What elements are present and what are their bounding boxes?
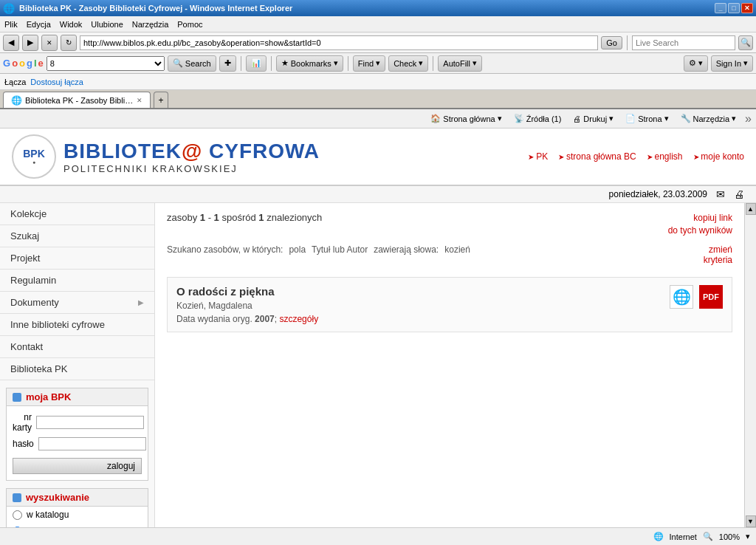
live-search-button[interactable]: 🔍 [738,35,753,50]
radio-katalog-input[interactable] [13,510,22,520]
restore-button[interactable]: □ [728,3,740,13]
haslo-input[interactable] [38,437,146,450]
sidebar-item-projekt[interactable]: Projekt [0,247,154,270]
sep4 [433,56,433,71]
szczegoly-link[interactable]: szczegóły [279,314,318,324]
results-header: zasoby 1 - 1 spośród 1 znalezionych kopi… [167,212,732,237]
nav-pk[interactable]: PK [528,151,548,162]
sep3 [348,56,348,71]
site-title-main: BIBLIOTEK@ CYFROWA [63,140,320,163]
sidebar-item-kontakt[interactable]: Kontakt [0,336,154,358]
result-title: O radości z piękna [176,285,670,298]
tab-bar: 🌐 Biblioteka PK - Zasoby Biblioteki Cyfr… [0,90,756,109]
search-button[interactable]: 🔍 Search [168,55,216,72]
results-n1: 1 [200,212,205,223]
url-input[interactable] [80,35,598,50]
sidebar-item-szukaj[interactable]: Szukaj [0,225,154,247]
search-widget-header: wyszukiwanie [7,489,148,507]
copy-link[interactable]: kopiuj linkdo tych wyników [668,212,732,237]
results-sep1: - [205,212,214,223]
nav-english[interactable]: english [647,151,683,162]
sidebar-item-inne[interactable]: Inne biblioteki cyfrowe [0,314,154,336]
sidebar-item-biblioteka[interactable]: Biblioteka PK [0,358,154,380]
tab-close-icon[interactable]: ✕ [137,97,142,104]
sources-icon: 📡 [514,114,524,123]
arrow-icon: ▶ [138,298,144,306]
globe-icon: 🌐 [673,288,691,306]
change-criteria-link[interactable]: zmieńkryteria [704,244,732,265]
radio-katalog-label: w katalogu [27,510,69,520]
result-year: Data wydania oryg. 2007; szczegóły [176,314,670,324]
live-search-input[interactable] [632,35,735,50]
customize-links[interactable]: Dostosuj łącza [30,78,83,86]
homepage-button[interactable]: 🏠 Strona główna ▾ [427,112,504,125]
add-button[interactable]: ✚ [219,55,236,72]
sources-label: Źródła (1) [526,114,562,123]
settings-button[interactable]: ⚙ ▾ [684,55,708,72]
results-list: O radości z piękna Kozień, Magdalena Dat… [167,277,732,332]
pdf-button[interactable]: PDF [699,285,723,309]
expand-button[interactable]: » [745,112,752,126]
sidebar-item-dokumenty[interactable]: Dokumenty ▶ [0,292,154,314]
zaloguj-button[interactable]: zaloguj [13,458,142,474]
print-page-icon[interactable]: 🖨 [734,188,744,200]
result-author: Kozień, Magdalena [176,301,670,311]
login-box: moja BPK nr karty hasło zaloguj [6,388,148,481]
nr-karty-input[interactable] [36,416,144,429]
site-title: BIBLIOTEK@ CYFROWA POLITECHNIKI KRAKOWSK… [63,140,320,174]
globe-button[interactable]: 🌐 [670,285,693,309]
go-button[interactable]: Go [601,36,622,49]
bookmarks-button[interactable]: ★ Bookmarks ▾ [276,55,343,72]
login-box-header: moja BPK [7,388,148,406]
pagerank-button[interactable]: 📊 [246,55,267,72]
print-button[interactable]: 🖨 Drukuj ▾ [570,112,616,125]
find-label: Find [358,59,374,68]
main-layout: Kolekcje Szukaj Projekt Regulamin Dokume… [0,203,756,527]
tab-biblioteka[interactable]: 🌐 Biblioteka PK - Zasoby Biblioteki Cyfr… [3,92,151,108]
autofill-button[interactable]: AutoFill ▾ [438,55,482,72]
google-search-select[interactable]: 8 [47,56,165,71]
sep1 [241,56,241,71]
internet-label: Internet [670,532,697,541]
result-item: O radości z piękna Kozień, Magdalena Dat… [167,277,732,332]
sidebar-item-regulamin[interactable]: Regulamin [0,270,154,292]
tools-icon: 🔧 [681,114,691,123]
status-right: 🌐 Internet 🔍 100% ▾ [653,532,750,541]
page-button[interactable]: 📄 Strona ▾ [622,112,671,125]
find-button[interactable]: Find ▾ [353,55,385,72]
minimize-button[interactable]: _ [715,3,726,13]
zoom-dropdown[interactable]: ▾ [746,532,750,541]
zoom-icon: 🔍 [703,532,713,541]
signin-button[interactable]: Sign In ▾ [711,55,753,72]
menu-favorites[interactable]: Ulubione [91,20,123,29]
scrollbar[interactable]: ▲ ▼ [744,203,756,527]
menu-tools[interactable]: Narzędzia [132,20,169,29]
refresh-button[interactable]: ↻ [61,35,77,51]
sources-button[interactable]: 📡 Źródła (1) [511,112,565,125]
sidebar-item-kolekcje[interactable]: Kolekcje [0,203,154,225]
radio-katalog: w katalogu [7,507,148,523]
print-icon: 🖨 [573,114,581,123]
back-button[interactable]: ◀ [3,35,19,51]
window-title: Biblioteka PK - Zasoby Biblioteki Cyfrow… [19,4,715,13]
main-content: zasoby 1 - 1 spośród 1 znalezionych kopi… [155,203,744,527]
menu-edit[interactable]: Edycja [27,20,51,29]
nav-moje-konto[interactable]: moje konto [693,151,744,162]
address-bar: ◀ ▶ ✕ ↻ Go 🔍 [0,32,756,53]
nav-strona-glowna[interactable]: strona główna BC [558,151,636,162]
scroll-up-button[interactable]: ▲ [746,203,756,215]
check-button[interactable]: Check ▾ [388,55,428,72]
check-label: Check [394,59,416,68]
menu-help[interactable]: Pomoc [177,20,202,29]
criteria-fields: pola [289,244,306,255]
tools-button[interactable]: 🔧 Narzędzia ▾ [678,112,740,125]
forward-button[interactable]: ▶ [22,35,38,51]
email-icon[interactable]: ✉ [716,188,725,200]
scroll-down-button[interactable]: ▼ [746,515,756,527]
menu-view[interactable]: Widok [60,20,83,29]
nr-karty-row: nr karty [13,412,142,433]
stop-button[interactable]: ✕ [41,35,58,51]
menu-file[interactable]: Plik [4,20,18,29]
close-button[interactable]: ✕ [741,3,753,13]
new-tab-button[interactable]: + [154,92,168,108]
